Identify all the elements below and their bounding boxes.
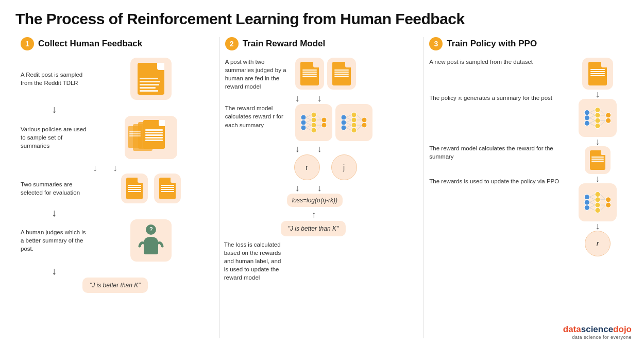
svg-line-68: [590, 195, 595, 197]
svg-point-63: [595, 197, 600, 202]
col3-main: A new post is sampled from the dataset T…: [429, 58, 623, 256]
col3-doc-l2: [590, 71, 605, 72]
svg-point-59: [584, 195, 589, 200]
svg-line-39: [357, 125, 362, 130]
col2-doc1-l4: [302, 76, 317, 77]
svg-line-72: [590, 205, 595, 207]
doc-stack-left-2: [128, 126, 142, 148]
col2-arrow-l1: ↓: [295, 94, 300, 103]
col3-sum-l1: [591, 157, 604, 158]
col2-arrow-up: ↑: [312, 210, 316, 220]
svg-line-58: [600, 120, 605, 126]
col2-doc1-l2: [302, 72, 317, 73]
doc-line-1: [145, 129, 163, 131]
col2-doc1-l3: [302, 74, 317, 75]
svg-line-13: [306, 120, 311, 123]
col3-reward-r: r: [585, 231, 611, 256]
col1-step2-text: Various policies are used to sample set …: [21, 125, 88, 150]
col2-title: Train Reward Model: [243, 39, 326, 49]
col2-header: 2 Train Reward Model: [225, 37, 326, 50]
col2-loss-formula: loss=log(σ(rj-rk)): [287, 194, 343, 207]
col2-doc1-l1: [302, 70, 317, 71]
doc-corner: [159, 120, 165, 126]
col3-doc-l3: [590, 73, 605, 74]
svg-point-25: [351, 117, 357, 123]
col2-arrow-r1: ↓: [317, 94, 322, 103]
svg-point-66: [606, 197, 611, 202]
svg-line-30: [346, 115, 351, 117]
col3-neural-icon-1: [582, 102, 614, 134]
col2-doc2-corner: [345, 62, 351, 67]
arrow-3: ↓: [21, 207, 57, 219]
corner-a: [138, 178, 143, 183]
svg-text:?: ?: [149, 226, 153, 232]
col3-doc-corner: [601, 62, 607, 67]
columns-container: 1 Collect Human Feedback A Redit post is…: [15, 37, 629, 338]
col2-doc-box-2: [327, 58, 356, 90]
column-2: 2 Train Reward Model A post with two sum…: [220, 37, 425, 338]
col1-step1-text: A Redit post is sampled from the Reddit …: [21, 71, 88, 87]
col2-neural-box-1: [295, 104, 332, 141]
col3-doc-box: [582, 58, 613, 90]
col3-neural-box-1: [579, 99, 617, 137]
brand-logo: datasciencedojo: [563, 324, 632, 335]
col3-neural-box-2: [579, 183, 617, 221]
doc-icon-box-b: [154, 174, 181, 203]
line-b3: [161, 189, 174, 190]
col2-neural-text: The reward model calculates reward r for…: [225, 104, 292, 129]
line-a3: [128, 189, 141, 190]
multi-doc-icon-box: [125, 116, 177, 159]
svg-point-47: [606, 113, 611, 118]
col2-doc2-l2: [334, 72, 349, 73]
svg-point-44: [595, 113, 600, 118]
col1-step2-icon: [88, 116, 215, 159]
col2-loss-text: The loss is calculated based on the rewa…: [224, 240, 286, 282]
col2-neural-row: The reward model calculates reward r for…: [225, 104, 419, 141]
col1-step3: Two summaries are selected for evaluatio…: [21, 174, 215, 203]
svg-line-73: [590, 207, 595, 210]
doc-line-2: [145, 132, 163, 133]
line-b4: [161, 191, 174, 192]
col2-two-arrows-2: ↓ ↓: [225, 144, 322, 153]
arrow-right: ↓: [113, 163, 117, 172]
svg-line-74: [600, 195, 605, 200]
svg-point-27: [351, 128, 357, 133]
svg-line-51: [590, 115, 595, 118]
col3-arrow-2: ↓: [596, 137, 600, 146]
col2-arrow-r2: ↓: [317, 144, 322, 153]
neural-net-icon-2: [338, 107, 369, 138]
col2-quote-wrapper: "J is better than K": [225, 221, 346, 236]
svg-line-14: [306, 123, 311, 125]
svg-line-32: [346, 120, 351, 123]
arrow-1: ↓: [21, 103, 57, 115]
arrow-4: ↓: [21, 265, 57, 277]
svg-point-10: [321, 123, 327, 128]
doc-line-4: [145, 137, 163, 139]
col1-title: Collect Human Feedback: [38, 39, 142, 49]
svg-line-53: [590, 120, 595, 123]
svg-point-6: [311, 117, 316, 123]
col2-doc-box-1: [295, 58, 324, 90]
line-a2: [128, 187, 141, 188]
col2-intro-row: A post with two summaries judged by a hu…: [225, 58, 419, 91]
doc-a: [126, 178, 143, 199]
col3-header: 3 Train Policy with PPO: [429, 37, 537, 50]
col3-text-col: A new post is sampled from the dataset T…: [429, 58, 568, 256]
svg-point-42: [584, 120, 589, 126]
svg-point-24: [351, 112, 357, 117]
svg-point-2: [301, 115, 306, 120]
svg-point-60: [584, 200, 589, 205]
col2-up-arrow: ↑: [225, 210, 316, 220]
col2-two-arrows-3: ↓ ↓: [225, 183, 322, 193]
person-icon-box: ?: [130, 219, 172, 262]
col2-neural-box-2: [335, 104, 372, 141]
col1-step4-text: A human judges which is a better summary…: [21, 228, 88, 253]
svg-line-71: [590, 202, 595, 205]
two-arrows-row: ↓ ↓: [21, 163, 117, 172]
svg-line-15: [306, 125, 311, 128]
col2-doc2-l4: [334, 76, 349, 77]
svg-point-41: [584, 115, 589, 120]
col2-arrow-l2: ↓: [295, 144, 300, 153]
svg-line-17: [316, 115, 321, 120]
col3-doc: [588, 62, 607, 85]
